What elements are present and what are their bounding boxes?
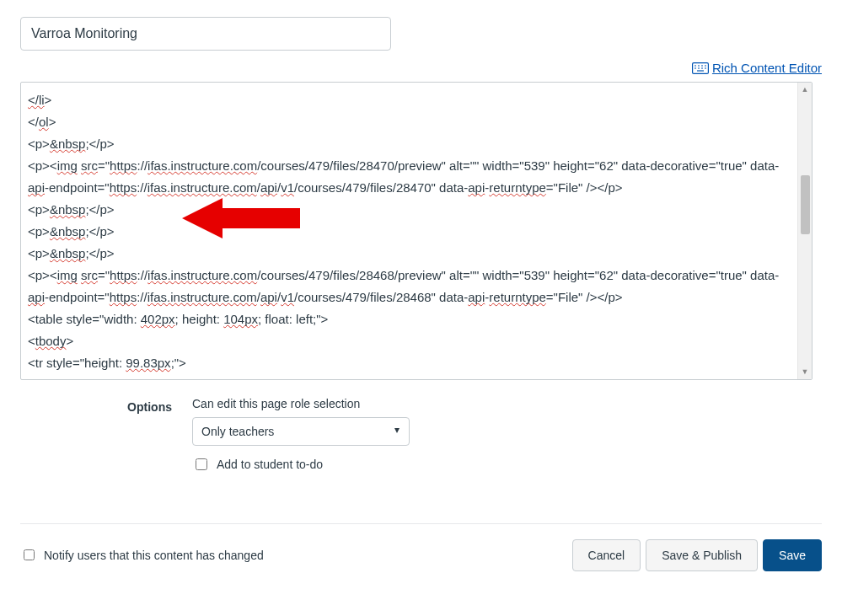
role-select-label: Can edit this page role selection [192, 397, 822, 410]
html-editor-textarea[interactable]: </li></ol><p>&nbsp;</p><p><img src="http… [21, 83, 812, 379]
scroll-up-arrow[interactable]: ▲ [802, 83, 809, 97]
scrollbar[interactable]: ▲ ▼ [797, 83, 812, 379]
save-button[interactable]: Save [763, 539, 822, 571]
notify-users-label: Notify users that this content has chang… [44, 549, 264, 562]
scroll-thumb[interactable] [801, 175, 810, 234]
scroll-down-arrow[interactable]: ▼ [802, 365, 809, 379]
add-to-todo-checkbox[interactable] [196, 458, 207, 470]
add-to-todo-label: Add to student to-do [217, 458, 323, 471]
keyboard-icon [692, 62, 709, 77]
html-editor-container: </li></ol><p>&nbsp;</p><p><img src="http… [20, 82, 813, 380]
role-select[interactable]: Only teachers [192, 417, 410, 446]
notify-users-checkbox[interactable] [24, 549, 35, 560]
page-title-input[interactable] [20, 17, 391, 51]
cancel-button[interactable]: Cancel [572, 539, 641, 571]
rich-content-editor-link[interactable]: Rich Content Editor [712, 61, 822, 75]
save-publish-button[interactable]: Save & Publish [646, 539, 758, 571]
options-heading: Options [20, 397, 172, 414]
